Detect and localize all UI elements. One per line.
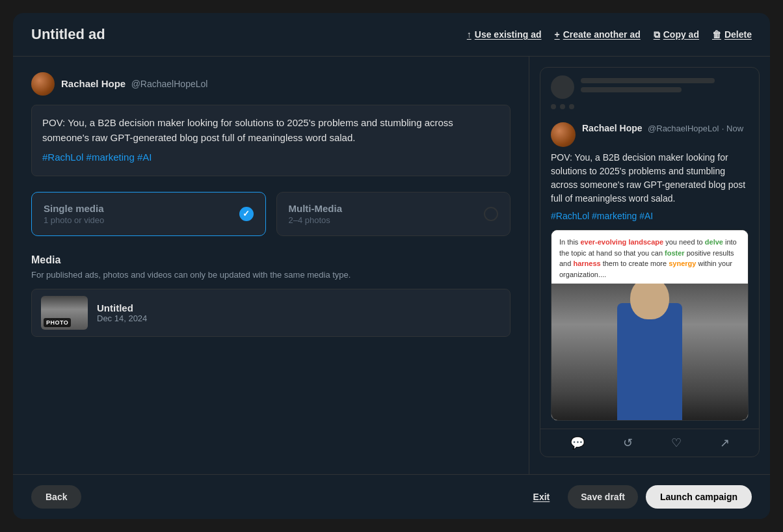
- copy-ad-button[interactable]: ⧉ Copy ad: [654, 29, 699, 40]
- preview-hashtags: #RachLol #marketing #AI: [551, 209, 749, 223]
- preview-author-name: Rachael Hope: [582, 123, 643, 133]
- ad-editor-container: Untitled ad ↑ Use existing ad + Create a…: [13, 13, 770, 519]
- tweet-body: POV: You, a B2B decision maker looking f…: [42, 116, 499, 145]
- media-type-selector: Single media 1 photo or video Multi-Medi…: [31, 192, 511, 236]
- multi-media-radio: [484, 207, 498, 221]
- preview-blog-image: In this ever-evolving landscape you need…: [551, 230, 749, 421]
- use-existing-ad-button[interactable]: ↑ Use existing ad: [467, 29, 542, 40]
- launch-campaign-button[interactable]: Launch campaign: [646, 485, 752, 509]
- like-icon[interactable]: ♡: [671, 436, 682, 450]
- media-section-description: For published ads, photos and videos can…: [31, 270, 511, 280]
- media-section: Media For published ads, photos and vide…: [31, 254, 511, 337]
- media-item-name: Untitled: [97, 302, 147, 313]
- skeleton-circle: [551, 75, 574, 99]
- upload-icon: ↑: [467, 29, 471, 40]
- blog-text-header: In this ever-evolving landscape you need…: [551, 230, 748, 284]
- preview-avatar: [551, 122, 576, 147]
- delete-button[interactable]: 🗑 Delete: [712, 29, 752, 40]
- media-item-date: Dec 14, 2024: [97, 313, 147, 323]
- media-thumbnail: PHOTO: [41, 296, 88, 330]
- preview-timestamp: · Now: [722, 124, 743, 133]
- tweet-hashtags: #RachLol #marketing #AI: [42, 150, 499, 165]
- photo-badge: PHOTO: [44, 318, 71, 327]
- multi-media-label: Multi-Media: [289, 203, 343, 214]
- tweet-text-box: POV: You, a B2B decision maker looking f…: [31, 105, 511, 176]
- author-name: Rachael Hope: [61, 78, 126, 89]
- share-icon[interactable]: ↗: [720, 436, 730, 450]
- preview-author-row: Rachael Hope @RachaelHopeLol · Now: [540, 114, 759, 151]
- header-actions: ↑ Use existing ad + Create another ad ⧉ …: [467, 29, 752, 40]
- skeleton-dot-1: [551, 104, 556, 109]
- footer: Back Exit Save draft Launch campaign: [13, 474, 770, 519]
- skeleton-lines: [581, 78, 749, 96]
- footer-right: Exit Save draft Launch campaign: [523, 485, 752, 509]
- plus-icon: +: [555, 29, 560, 40]
- preview-author-handle: @RachaelHopeLol: [648, 124, 719, 133]
- multi-media-option[interactable]: Multi-Media 2–4 photos: [276, 192, 511, 236]
- single-media-option[interactable]: Single media 1 photo or video: [31, 192, 266, 236]
- preview-top-bar: [540, 68, 759, 114]
- comment-icon[interactable]: 💬: [570, 436, 585, 450]
- skeleton-dots-row: [551, 104, 749, 109]
- single-media-label: Single media: [44, 203, 104, 214]
- back-button[interactable]: Back: [31, 485, 81, 509]
- person-silhouette: [551, 284, 748, 420]
- tweet-preview-card: Rachael Hope @RachaelHopeLol · Now POV: …: [540, 67, 760, 457]
- media-item-info: Untitled Dec 14, 2024: [97, 302, 147, 323]
- header: Untitled ad ↑ Use existing ad + Create a…: [13, 13, 770, 57]
- footer-left: Back: [31, 485, 81, 509]
- skeleton-row: [551, 75, 749, 99]
- preview-author-meta: Rachael Hope @RachaelHopeLol · Now: [582, 122, 749, 134]
- skeleton-dot-3: [569, 104, 574, 109]
- author-handle: @RachaelHopeLol: [131, 79, 208, 89]
- author-row: Rachael Hope @RachaelHopeLol: [31, 72, 511, 96]
- copy-icon: ⧉: [654, 29, 660, 40]
- left-panel: Rachael Hope @RachaelHopeLol POV: You, a…: [13, 57, 529, 474]
- skeleton-line-2: [581, 87, 682, 92]
- exit-button[interactable]: Exit: [523, 485, 561, 509]
- create-another-ad-button[interactable]: + Create another ad: [555, 29, 641, 40]
- right-panel-preview: Rachael Hope @RachaelHopeLol · Now POV: …: [529, 57, 770, 474]
- save-draft-button[interactable]: Save draft: [568, 485, 638, 509]
- skeleton-dot-2: [560, 104, 565, 109]
- retweet-icon[interactable]: ↺: [623, 436, 633, 450]
- media-section-title: Media: [31, 254, 511, 266]
- page-title: Untitled ad: [31, 26, 105, 43]
- preview-tweet-body: POV: You, a B2B decision maker looking f…: [540, 151, 759, 230]
- author-avatar: [31, 72, 55, 96]
- multi-media-sublabel: 2–4 photos: [289, 215, 343, 225]
- blog-image-person: [551, 284, 748, 420]
- single-media-sublabel: 1 photo or video: [44, 215, 104, 225]
- skeleton-line-1: [581, 78, 715, 83]
- media-item[interactable]: PHOTO Untitled Dec 14, 2024: [31, 289, 511, 337]
- trash-icon: 🗑: [712, 29, 721, 40]
- preview-action-bar: 💬 ↺ ♡ ↗: [540, 429, 759, 457]
- single-media-radio: [239, 207, 254, 221]
- content-area: Rachael Hope @RachaelHopeLol POV: You, a…: [13, 57, 770, 474]
